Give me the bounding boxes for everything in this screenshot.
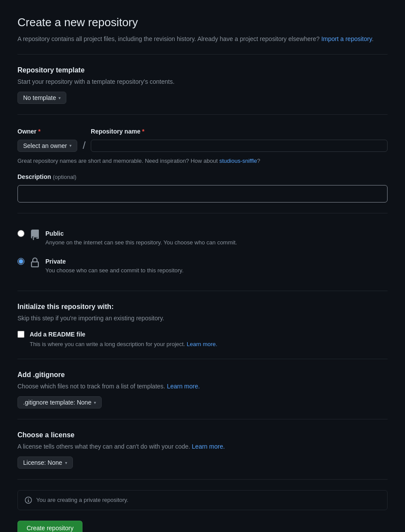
private-radio[interactable]	[17, 258, 24, 265]
license-dropdown[interactable]: License: None ▾	[17, 456, 73, 469]
license-section: Choose a license A license tells others …	[17, 430, 388, 469]
repo-name-required: *	[142, 128, 144, 135]
template-dropdown[interactable]: No template ▾	[17, 92, 66, 104]
public-icon-wrapper	[30, 230, 40, 243]
page-title: Create a new repository	[17, 14, 388, 31]
private-icon-wrapper	[30, 257, 40, 271]
owner-label: Owner *	[17, 127, 77, 136]
visibility-private-option[interactable]: Private You choose who can see and commi…	[17, 252, 388, 280]
private-description: You choose who can see and commit to thi…	[45, 266, 184, 275]
license-dropdown-arrow: ▾	[65, 460, 67, 465]
license-title: Choose a license	[17, 430, 388, 440]
private-title: Private	[45, 257, 184, 266]
import-repository-link[interactable]: Import a repository	[321, 35, 372, 42]
initialize-title: Initialize this repository with:	[17, 302, 388, 312]
owner-dropdown[interactable]: Select an owner ▾	[17, 140, 77, 152]
divider-2	[17, 114, 388, 115]
public-title: Public	[45, 229, 237, 238]
owner-dropdown-label: Select an owner	[23, 142, 67, 149]
owner-repo-separator: /	[81, 137, 87, 153]
readme-description: This is where you can write a long descr…	[30, 340, 217, 349]
initialize-subtitle: Skip this step if you're importing an ex…	[17, 314, 388, 323]
template-dropdown-label: No template	[23, 94, 56, 101]
public-description: Anyone on the internet can see this repo…	[45, 238, 237, 247]
description-label: Description (optional)	[17, 172, 388, 182]
repo-icon	[30, 230, 40, 240]
public-radio-wrapper	[17, 230, 24, 240]
divider-6	[17, 419, 388, 419]
gitignore-learn-more-link[interactable]: Learn more.	[167, 383, 199, 390]
repo-name-label: Repository name *	[91, 127, 388, 136]
readme-learn-more-link[interactable]: Learn more.	[187, 341, 217, 347]
public-radio[interactable]	[17, 230, 24, 237]
divider-5	[17, 359, 388, 359]
repo-name-section: Repository name *	[91, 127, 388, 152]
suggestion-link[interactable]: studious-sniffle	[219, 158, 257, 164]
description-optional: (optional)	[53, 174, 76, 180]
description-section: Description (optional)	[17, 172, 388, 203]
private-visibility-content: Private You choose who can see and commi…	[45, 257, 184, 275]
readme-content: Add a README file This is where you can …	[30, 330, 217, 349]
owner-repo-row: Owner * Select an owner ▾ / Repository n…	[17, 125, 388, 153]
owner-dropdown-arrow: ▾	[69, 143, 72, 148]
license-description: A license tells others what they can and…	[17, 442, 388, 451]
template-section-title: Repository template	[17, 65, 388, 76]
readme-label: Add a README file	[30, 330, 217, 339]
visibility-options: Public Anyone on the internet can see th…	[17, 224, 388, 280]
owner-required: *	[38, 128, 40, 135]
gitignore-dropdown-arrow: ▾	[94, 400, 96, 405]
info-icon	[25, 497, 32, 504]
gitignore-section: Add .gitignore Choose which files not to…	[17, 370, 388, 408]
license-learn-more-link[interactable]: Learn more.	[192, 443, 225, 450]
gitignore-title: Add .gitignore	[17, 370, 388, 380]
lock-icon	[30, 257, 40, 268]
owner-section: Owner * Select an owner ▾	[17, 127, 77, 152]
info-banner: You are creating a private repository.	[17, 490, 388, 510]
initialize-section: Initialize this repository with: Skip th…	[17, 302, 388, 349]
visibility-public-option[interactable]: Public Anyone on the internet can see th…	[17, 224, 388, 252]
suggestion-text: Great repository names are short and mem…	[17, 157, 388, 165]
description-input[interactable]	[17, 185, 388, 203]
divider-4	[17, 291, 388, 291]
license-dropdown-label: License: None	[23, 459, 62, 466]
readme-checkbox[interactable]	[17, 331, 24, 338]
template-section-description: Start your repository with a template re…	[17, 77, 388, 86]
page-subtitle: A repository contains all project files,…	[17, 34, 388, 44]
readme-checkbox-row: Add a README file This is where you can …	[17, 330, 388, 349]
divider-3	[17, 213, 388, 213]
gitignore-description: Choose which files not to track from a l…	[17, 382, 388, 391]
template-dropdown-arrow: ▾	[58, 96, 61, 100]
create-repository-button[interactable]: Create repository	[17, 521, 82, 532]
public-visibility-content: Public Anyone on the internet can see th…	[45, 229, 237, 247]
divider-7	[17, 479, 388, 480]
private-radio-wrapper	[17, 258, 24, 268]
info-banner-text: You are creating a private repository.	[36, 496, 128, 505]
gitignore-dropdown[interactable]: .gitignore template: None ▾	[17, 396, 102, 408]
repo-name-input[interactable]	[91, 140, 388, 152]
gitignore-dropdown-label: .gitignore template: None	[23, 399, 91, 406]
divider-1	[17, 54, 388, 55]
repository-template-section: Repository template Start your repositor…	[17, 65, 388, 104]
